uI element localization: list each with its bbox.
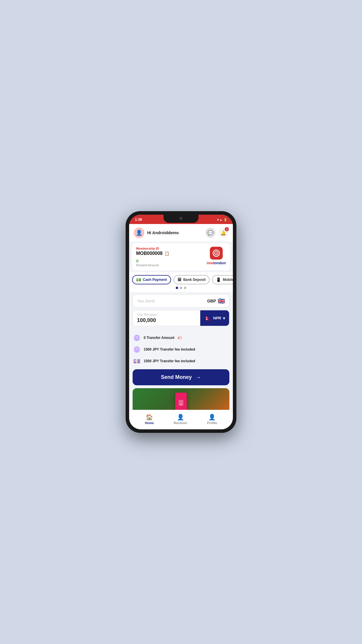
home-icon: 🏠 <box>146 414 153 421</box>
receiver-icon: 👤 <box>177 414 184 421</box>
dots-row <box>129 284 233 292</box>
chat-button[interactable]: 💬 <box>205 228 215 238</box>
receive-amount: 100,000 <box>137 317 196 323</box>
avatar: 👤 <box>134 228 144 238</box>
status-time: 1:38 <box>135 218 142 222</box>
membership-label: Membership ID <box>136 247 207 250</box>
coins-icon-1: 🪙 <box>133 334 141 342</box>
membership-id-row: MOB000008 📋 <box>136 251 207 256</box>
nav-receiver-label: Receiver <box>174 421 187 425</box>
info-row-fee2: 💷 1500 JPY Transfer fee included <box>133 355 229 367</box>
transfer-amount-text: 0 Transfer Amount <box>144 336 175 340</box>
tab-mobile-wallet[interactable]: 📱 Mobile Wallet <box>212 275 233 284</box>
currency-selector[interactable]: 🇳🇵 NPR ▾ <box>200 310 229 326</box>
membership-card: Membership ID MOB000008 📋 0 Reward Amoun… <box>132 243 230 270</box>
tab-cash-payment[interactable]: 💵 Cash Payment <box>132 275 171 284</box>
promo-banner <box>133 388 229 410</box>
coins-icon-2: 🪙 <box>133 345 141 354</box>
transfer-fee-text-1: 1500 JPY Transfer fee included <box>144 347 195 351</box>
brand-logo-icon <box>210 247 223 260</box>
you-send-box[interactable]: You Send GBP 🇬🇧 <box>133 294 229 308</box>
reward-label: Reward Amount <box>136 263 207 267</box>
npr-label: NPR <box>213 316 221 320</box>
svg-point-2 <box>216 253 217 254</box>
send-section: You Send GBP 🇬🇧 You Receive 100,000 🇳🇵 N… <box>129 292 233 331</box>
info-row-transfer: 🪙 0 Transfer Amount 🏷 <box>133 332 229 344</box>
profile-icon: 👤 <box>208 414 216 421</box>
battery-icon: 🔋 <box>224 218 227 221</box>
you-receive-box[interactable]: You Receive 100,000 🇳🇵 NPR ▾ <box>133 310 229 326</box>
dot-1 <box>176 287 178 289</box>
tab-bank-label: Bank Deposit <box>183 278 206 282</box>
notification-badge: 0 <box>225 227 229 231</box>
you-receive-label: You Receive <box>137 313 196 317</box>
tab-cash-label: Cash Payment <box>143 278 167 282</box>
greeting-text: Hi Androiddemo <box>147 230 179 235</box>
transfer-fee-text-2: 1500 JPY Transfer fee included <box>144 359 195 363</box>
app-content: 👤 Hi Androiddemo 💬 🔔 0 Membership ID <box>129 224 233 410</box>
dot-2 <box>180 287 182 289</box>
wifi-icon: ▼▲ <box>217 218 222 221</box>
nav-home[interactable]: 🏠 Home <box>141 412 157 426</box>
arrow-right-icon: → <box>195 374 201 381</box>
header-left: 👤 Hi Androiddemo <box>134 228 179 238</box>
bank-icon: 🏛 <box>178 277 182 282</box>
status-icons: ▼▲ 🔋 <box>217 218 227 221</box>
tag-icon: 🏷 <box>178 335 182 340</box>
brand-part1: ime <box>207 261 213 265</box>
membership-left: Membership ID MOB000008 📋 0 Reward Amoun… <box>136 247 207 267</box>
uk-flag: 🇬🇧 <box>218 298 225 304</box>
mobile-icon: 📱 <box>216 277 221 282</box>
copy-icon[interactable]: 📋 <box>164 251 169 256</box>
chat-icon: 💬 <box>208 230 213 236</box>
membership-id: MOB000008 <box>136 251 163 256</box>
nav-profile-label: Profile <box>207 421 217 425</box>
info-rows: 🪙 0 Transfer Amount 🏷 🪙 1500 JPY Transfe… <box>129 331 233 369</box>
brand-part2: london <box>213 261 226 265</box>
nav-profile[interactable]: 👤 Profile <box>204 412 221 426</box>
brand-name: imelondon <box>207 261 226 265</box>
gbp-label: GBP <box>207 299 216 303</box>
send-money-button[interactable]: Send Money → <box>133 369 229 385</box>
nav-receiver[interactable]: 👤 Receiver <box>170 412 191 426</box>
payment-tabs: 💵 Cash Payment 🏛 Bank Deposit 📱 Mobile W… <box>129 272 233 284</box>
you-send-label: You Send <box>137 299 154 303</box>
reward-amount: 0 <box>136 258 207 263</box>
dot-3 <box>184 287 186 289</box>
phone-mockup-image <box>175 393 187 410</box>
send-money-label: Send Money <box>161 374 192 380</box>
receive-left: You Receive 100,000 <box>133 310 200 326</box>
header-right: 💬 🔔 0 <box>205 228 228 238</box>
notification-button[interactable]: 🔔 0 <box>218 228 228 238</box>
nepal-flag-icon: 🇳🇵 <box>204 315 212 322</box>
info-row-fee1: 🪙 1500 JPY Transfer fee included <box>133 344 229 355</box>
header: 👤 Hi Androiddemo 💬 🔔 0 <box>129 224 233 242</box>
reward-row: 0 Reward Amount <box>136 258 207 267</box>
cash-icon: 💵 <box>136 277 141 282</box>
chevron-down-icon: ▾ <box>223 316 225 321</box>
tab-mobile-label: Mobile Wallet <box>223 278 233 282</box>
currency-gbp: GBP 🇬🇧 <box>207 298 225 304</box>
nav-home-label: Home <box>145 421 154 425</box>
brand-logo: imelondon <box>207 247 226 265</box>
svg-point-4 <box>181 404 182 405</box>
gbp-coin-icon: 💷 <box>133 357 141 365</box>
bottom-nav: 🏠 Home 👤 Receiver 👤 Profile <box>129 410 233 429</box>
tab-bank-deposit[interactable]: 🏛 Bank Deposit <box>173 275 210 284</box>
